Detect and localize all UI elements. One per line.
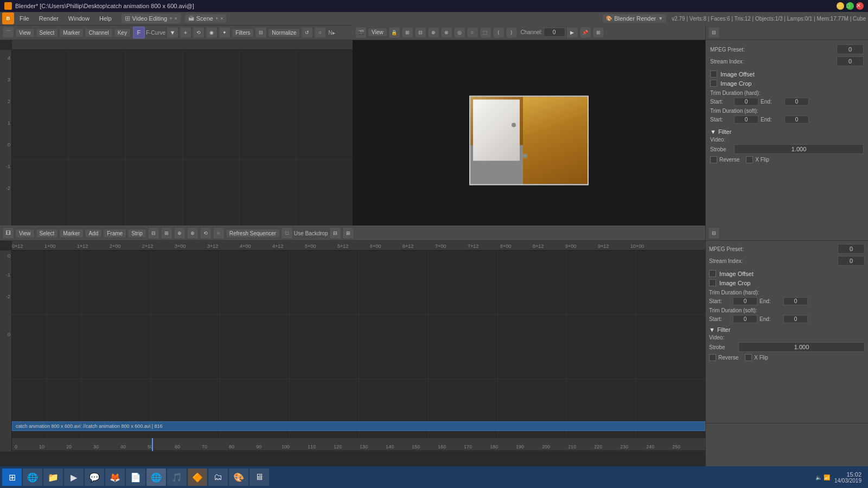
seq-image-crop-toggle[interactable]: Image Crop — [709, 279, 865, 286]
strobe-value[interactable]: 1.000 — [734, 144, 864, 154]
seq-icon8[interactable]: ⊞ — [342, 227, 354, 239]
fcurve-view-menu[interactable]: View — [15, 28, 35, 37]
close-btn[interactable]: ✕ — [856, 2, 864, 10]
fcurve-channel-menu[interactable]: Channel — [85, 28, 112, 37]
seq-filter-header[interactable]: ▼ Filter — [709, 326, 865, 333]
scene-selector[interactable]: 🏔 Scene + × — [185, 14, 227, 23]
seq-trim-hard-start[interactable]: 0 — [733, 297, 757, 305]
seq-editor-icon[interactable]: 🎞 — [2, 227, 14, 239]
seq-trim-soft-end[interactable]: 0 — [783, 315, 808, 323]
preview-icon1[interactable]: 🔒 — [388, 27, 400, 38]
seq-stream-value[interactable]: 0 — [838, 256, 865, 266]
seq-frame-menu[interactable]: Frame — [103, 229, 126, 238]
seq-use-backdrop-toggle[interactable]: □ — [281, 227, 293, 239]
fcurve-icon3[interactable]: ◉ — [206, 27, 218, 38]
image-offset-checkbox[interactable] — [710, 70, 717, 78]
seq-xflip-toggle[interactable]: X Flip — [745, 354, 768, 361]
menu-file[interactable]: File — [15, 14, 34, 23]
preview-icon7[interactable]: ○ — [467, 27, 478, 38]
filters-btn[interactable]: Filters — [232, 28, 254, 37]
taskbar-word[interactable]: 📄 — [126, 468, 145, 486]
taskbar-paint[interactable]: 🎨 — [229, 468, 248, 486]
seq-icon6[interactable]: ○ — [213, 227, 225, 239]
minimize-btn[interactable]: ─ — [837, 2, 844, 10]
seq-add-menu[interactable]: Add — [85, 229, 102, 238]
normalize-icon2[interactable]: ○ — [314, 27, 326, 38]
preview-icon8[interactable]: ⬚ — [480, 27, 492, 38]
fcurve-add-icon[interactable]: + — [180, 27, 192, 38]
taskbar-chrome[interactable]: 🌐 — [146, 468, 166, 486]
seq-trim-soft-start[interactable]: 0 — [733, 315, 757, 323]
preview-icon4[interactable]: ⊕ — [427, 27, 439, 38]
preview-icon2[interactable]: ⊞ — [401, 27, 413, 38]
image-offset-toggle[interactable]: Image Offset — [710, 70, 864, 78]
refresh-sequencer-btn[interactable]: Refresh Sequencer — [226, 229, 280, 238]
taskbar-ie[interactable]: 🌐 — [23, 468, 42, 486]
seq-reverse-toggle[interactable]: Reverse — [709, 354, 738, 361]
seq-icon5[interactable]: ⟲ — [200, 227, 212, 239]
maximize-btn[interactable]: □ — [846, 2, 854, 10]
seq-image-crop-checkbox[interactable] — [709, 279, 716, 286]
seq-icon4[interactable]: ⊗ — [187, 227, 199, 239]
preview-icon5[interactable]: ⊗ — [441, 27, 452, 38]
image-crop-checkbox[interactable] — [710, 80, 717, 87]
seq-marker-menu[interactable]: Marker — [59, 229, 84, 238]
taskbar-files[interactable]: 🗂 — [208, 468, 228, 486]
taskbar-explorer[interactable]: 📁 — [43, 468, 63, 486]
trim-soft-start-value[interactable]: 0 — [734, 115, 758, 124]
taskbar-firefox[interactable]: 🦊 — [105, 468, 125, 486]
render-engine-selector[interactable]: 🎨 Blender Render ▼ — [603, 14, 666, 23]
fcurve-icon2[interactable]: ⟲ — [193, 27, 205, 38]
seq-icon3[interactable]: ⊕ — [174, 227, 186, 239]
start-button[interactable]: ⊞ — [2, 468, 22, 486]
xflip-toggle[interactable]: X Flip — [746, 156, 769, 163]
channel-input[interactable] — [544, 28, 565, 37]
taskbar-desktop[interactable]: 🖥 — [250, 468, 269, 486]
fcurve-dropdown-icon[interactable]: F — [133, 27, 145, 38]
taskbar-music[interactable]: 🎵 — [167, 468, 187, 486]
reverse-toggle[interactable]: Reverse — [710, 156, 739, 163]
preview-icon9[interactable]: ⟨ — [493, 27, 505, 38]
normalize-btn[interactable]: Normalize — [268, 28, 300, 37]
fcurve-marker-menu[interactable]: Marker — [59, 28, 84, 37]
fcurve-editor-icon[interactable]: ⌒ — [2, 27, 14, 38]
taskbar-media[interactable]: ▶ — [64, 468, 84, 486]
seq-trim-hard-end[interactable]: 0 — [783, 297, 808, 305]
seq-icon2[interactable]: ⊞ — [161, 227, 173, 239]
seq-select-menu[interactable]: Select — [36, 229, 59, 238]
blender-logo[interactable]: B — [2, 12, 14, 24]
preview-icon12[interactable]: 📌 — [579, 27, 591, 38]
fcurve-select-menu[interactable]: Select — [36, 28, 59, 37]
seq-icon7[interactable]: ⊟ — [329, 227, 341, 239]
taskbar-blender[interactable]: 🔶 — [188, 468, 207, 486]
seq-view-menu[interactable]: View — [15, 229, 35, 238]
preview-icon3[interactable]: ⊟ — [414, 27, 426, 38]
seq-strip-menu[interactable]: Strip — [127, 229, 146, 238]
xflip-checkbox[interactable] — [746, 156, 753, 163]
image-crop-toggle[interactable]: Image Crop — [710, 80, 864, 87]
strip-props-icon[interactable]: ⊟ — [708, 27, 720, 38]
seq-video-strip[interactable]: catch animation 800 x 600.avi: //catch a… — [12, 421, 705, 431]
seq-image-offset-toggle[interactable]: Image Offset — [709, 270, 865, 277]
seq-image-offset-checkbox[interactable] — [709, 270, 716, 277]
seq-reverse-checkbox[interactable] — [709, 354, 716, 361]
preview-icon11[interactable]: ▶ — [566, 27, 578, 38]
reverse-checkbox[interactable] — [710, 156, 717, 163]
stream-index-value[interactable]: 0 — [837, 56, 864, 66]
menu-help[interactable]: Help — [95, 14, 116, 23]
trim-soft-end-value[interactable]: 0 — [784, 115, 809, 124]
seq-mpeg-value[interactable]: 0 — [838, 244, 865, 254]
seq-props-icon[interactable]: ⊟ — [708, 227, 720, 239]
preview-icon6[interactable]: ◎ — [454, 27, 465, 38]
filter-header[interactable]: ▼ Filter — [710, 127, 864, 137]
preview-icon10[interactable]: ⟩ — [506, 27, 518, 38]
filter-icon[interactable]: ⊟ — [255, 27, 267, 38]
mpeg-preset-value[interactable]: 0 — [837, 44, 864, 54]
preview-view-menu[interactable]: View — [368, 28, 387, 37]
taskbar-skype[interactable]: 💬 — [85, 468, 104, 486]
fcurve-icon4[interactable]: ✦ — [219, 27, 231, 38]
normalize-icon1[interactable]: ↺ — [301, 27, 313, 38]
preview-icon13[interactable]: ⊞ — [592, 27, 604, 38]
preview-editor-icon[interactable]: 🎬 — [355, 27, 367, 38]
menu-render[interactable]: Render — [35, 14, 63, 23]
